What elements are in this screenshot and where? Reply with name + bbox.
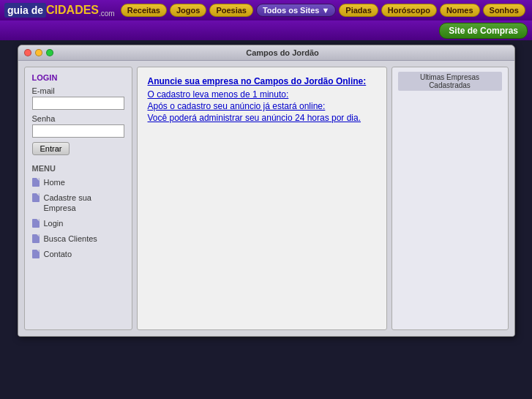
menu-item-login-label: Login <box>44 218 64 228</box>
shop-button[interactable]: Site de Compras <box>439 23 528 39</box>
top-nav: guia de CIDADES .com Receitas Jogos Poes… <box>0 0 532 20</box>
menu-item-busca[interactable]: Busca Clientes <box>32 234 124 245</box>
traffic-light-red[interactable] <box>24 49 31 56</box>
main-line3: Você poderá administrar seu anúncio 24 h… <box>148 113 376 123</box>
menu-item-home[interactable]: Home <box>32 177 124 188</box>
nav-btn-poesias[interactable]: Poesias <box>209 4 253 17</box>
nav-btn-receitas[interactable]: Receitas <box>121 4 167 17</box>
enter-button[interactable]: Entrar <box>32 142 70 155</box>
menu-item-contato[interactable]: Contato <box>32 249 124 260</box>
window-titlebar: Campos do Jordão <box>18 45 514 61</box>
nav-btn-jogos[interactable]: Jogos <box>170 4 206 17</box>
menu-label: MENU <box>32 164 124 173</box>
nav-btn-sonhos[interactable]: Sonhos <box>483 4 525 17</box>
password-input[interactable] <box>32 124 124 138</box>
menu-item-home-label: Home <box>44 177 65 187</box>
nav-btn-todos-sites[interactable]: Todos os Sites ▼ <box>256 4 336 17</box>
logo-com: .com <box>99 10 115 18</box>
logo-guia: guia de <box>4 3 46 18</box>
nav-btn-piadas[interactable]: Piadas <box>339 4 378 17</box>
second-row: Site de Compras <box>0 20 532 40</box>
password-label: Senha <box>32 114 124 123</box>
window-title: Campos do Jordão <box>57 48 509 57</box>
traffic-light-green[interactable] <box>46 49 53 56</box>
window-frame: Campos do Jordão LOGIN E-mail Senha Entr… <box>18 45 515 337</box>
contato-page-icon <box>32 250 41 260</box>
right-panel-header: Ultimas Empresas Cadastradas <box>398 72 502 91</box>
menu-item-contato-label: Contato <box>44 249 72 259</box>
sidebar: LOGIN E-mail Senha Entrar MENU Home Cada… <box>24 67 132 330</box>
main-line2: Após o cadastro seu anúncio já estará on… <box>148 101 376 111</box>
email-label: E-mail <box>32 86 124 95</box>
menu-item-cadastre-label: Cadastre sua Empresa <box>44 193 124 214</box>
logo: guia de CIDADES .com <box>4 3 115 18</box>
menu-item-busca-label: Busca Clientes <box>44 234 97 244</box>
main-line1: O cadastro leva menos de 1 minuto: <box>148 89 376 100</box>
login-page-icon <box>32 219 41 229</box>
nav-btn-horoscopo[interactable]: Horóscopo <box>381 4 437 17</box>
menu-item-login[interactable]: Login <box>32 218 124 229</box>
menu-item-cadastre[interactable]: Cadastre sua Empresa <box>32 193 124 214</box>
traffic-light-yellow[interactable] <box>35 49 42 56</box>
main-content: Anuncie sua empresa no Campos do Jordão … <box>137 67 387 330</box>
busca-page-icon <box>32 234 41 245</box>
nav-btn-nomes[interactable]: Nomes <box>440 4 480 17</box>
login-label: LOGIN <box>32 73 124 82</box>
window-content: LOGIN E-mail Senha Entrar MENU Home Cada… <box>18 61 514 336</box>
email-input[interactable] <box>32 97 124 110</box>
right-panel: Ultimas Empresas Cadastradas <box>391 67 509 330</box>
home-page-icon <box>32 178 41 188</box>
main-heading: Anuncie sua empresa no Campos do Jordão … <box>148 76 376 86</box>
cadastre-page-icon <box>32 193 41 204</box>
logo-cidades: CIDADES <box>46 4 99 17</box>
